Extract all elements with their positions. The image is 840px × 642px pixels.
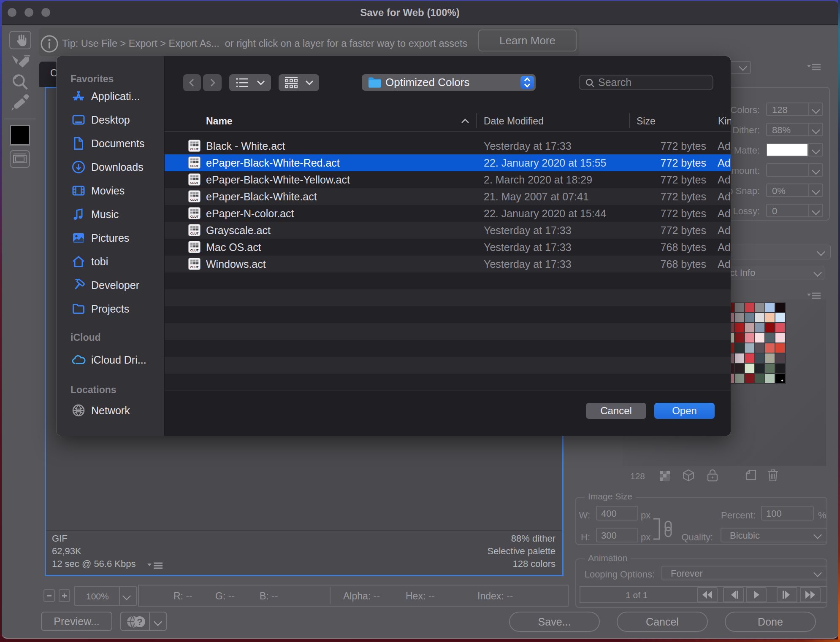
svg-text:?: ? <box>137 617 142 627</box>
svg-text:CLUT: CLUT <box>190 215 199 218</box>
svg-text:CLUT: CLUT <box>190 265 199 269</box>
svg-text:CLUT: CLUT <box>190 181 199 185</box>
svg-text:CLUT: CLUT <box>190 164 199 168</box>
svg-text:CLUT: CLUT <box>190 232 199 235</box>
svg-text:CLUT: CLUT <box>190 147 199 151</box>
svg-text:CLUT: CLUT <box>190 198 199 202</box>
svg-text:CLUT: CLUT <box>190 248 199 252</box>
